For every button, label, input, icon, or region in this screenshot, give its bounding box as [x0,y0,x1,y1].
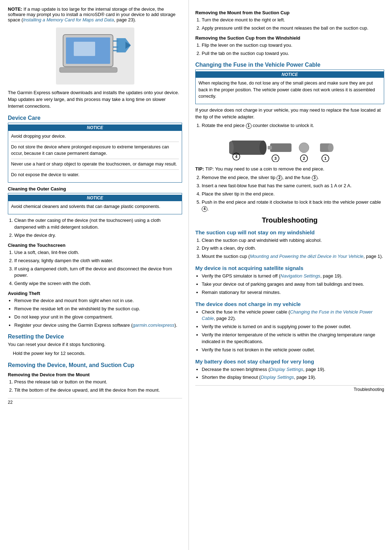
resetting-text2: Hold the power key for 12 seconds. [13,350,182,357]
left-column: NOTE: If a map update is too large for t… [0,0,189,550]
fuse-step-2: Remove the end piece, the silver tip 2, … [202,174,384,181]
satellite-item-3: Remain stationary for several minutes. [202,289,384,296]
fuse-step-4: Place the silver tip in the end piece. [202,191,384,198]
svg-rect-14 [270,143,292,152]
removing-suction-step-1: Flip the lever on the suction cup toward… [202,42,384,49]
device-care-notice-3: Never use a hard or sharp object to oper… [11,161,179,167]
fuse-link: Changing the Fuse in the Vehicle Power C… [202,309,372,321]
resetting-text1: You can reset your device if it stops fu… [8,341,182,348]
fuse-step-3: Insert a new fast-blow fuse that has the… [202,183,384,189]
not-charge-heading: The device does not charge in my vehicle [195,301,384,307]
suction-cup-steps: Clean the suction cup and windshield wit… [202,237,384,260]
fuse-step-1: Rotate the end piece 1 counter clockwise… [202,122,384,129]
svg-text:1: 1 [324,156,326,161]
satellite-item-2: Take your device out of parking garages … [202,281,384,288]
satellite-heading: My device is not acquiring satellite sig… [195,265,384,271]
garmin-express-link[interactable]: garmin.com/express [133,322,174,328]
garmin-express-text: The Garmin Express software downloads an… [8,90,182,110]
fuse-diagram: 4 3 2 1 [195,133,384,162]
removing-mount-steps: Turn the device mount to the right or le… [202,17,384,32]
fuse-notice-text: When replacing the fuse, do not lose any… [198,80,381,99]
device-care-notice-4: Do not expose the device to water. [11,172,179,178]
cleaning-outer-steps: Clean the outer casing of the device (no… [14,217,182,239]
circle-1: 1 [246,123,252,129]
removing-suction-step-2: Pull the tab on the suction cup toward y… [202,50,384,57]
device-care-notice-bar: NOTICE [8,124,182,131]
cleaning-ts-step-2: If necessary, lightly dampen the cloth w… [14,258,182,264]
left-footer: 22 [8,398,182,405]
svg-rect-15 [268,146,272,149]
avoiding-theft-heading: Avoiding Theft [8,291,182,296]
battery-list: Decrease the screen brightness (Display … [202,366,384,381]
satellite-list: Verify the GPS simulator is turned off (… [202,273,384,296]
right-footer: Troubleshooting [195,385,384,392]
device-image [56,27,134,85]
device-care-notice-1: Avoid dropping your device. [11,133,179,139]
device-care-notice-box: NOTICE Avoid dropping your device. Do no… [8,123,182,183]
remove-step-1: Press the release tab or button on the m… [14,379,182,386]
fuse-step-5: Push in the end piece and rotate it cloc… [202,199,384,213]
satellite-item-1: Verify the GPS simulator is turned off (… [202,273,384,280]
svg-rect-9 [231,141,263,155]
device-care-heading: Device Care [8,115,182,121]
cleaning-ts-step-4: Gently wipe the screen with the cloth. [14,280,182,287]
tip-label: TIP: [195,166,205,172]
svg-text:3: 3 [274,156,277,161]
nav-settings-link: Navigation Settings [280,273,320,279]
avoiding-theft-item-4: Register your device using the Garmin Ex… [14,322,182,329]
battery-heading: My battery does not stay charged for ver… [195,358,384,365]
device-care-notice-2: Do not store the device where prolonged … [11,144,179,157]
resetting-heading: Resetting the Device [8,333,182,340]
removing-suction-steps: Flip the lever on the suction cup toward… [202,42,384,57]
cleaning-outer-notice-text: Avoid chemical cleaners and solvents tha… [11,203,179,210]
cleaning-outer-heading: Cleaning the Outer Casing [8,186,182,192]
note-block: NOTE: If a map update is too large for t… [8,6,182,22]
svg-point-18 [299,143,309,153]
fuse-tip: TIP: TIP: You may need to use a coin to … [195,166,384,172]
right-page-number: Troubleshooting [354,387,384,392]
avoiding-theft-item-2: Remove the residue left on the windshiel… [14,306,182,312]
svg-point-10 [259,141,267,155]
battery-item-1: Decrease the screen brightness (Display … [202,366,384,373]
avoiding-theft-item-1: Remove the device and mount from sight w… [14,297,182,304]
cleaning-touchscreen-steps: Use a soft, clean, lint-free cloth. If n… [14,249,182,287]
device-care-notice-content: Avoid dropping your device. Do not store… [8,131,182,183]
tip-text: TIP: You may need to use a coin to remov… [205,166,324,172]
removing-suction-heading: Removing the Suction Cup from the Windsh… [195,35,384,41]
not-charge-item-4: Verify the fuse is not broken in the veh… [202,347,384,353]
page: NOTE: If a map update is too large for t… [0,0,392,550]
fuse-notice-content: When replacing the fuse, do not lose any… [196,78,384,103]
cleaning-touchscreen-heading: Cleaning the Touchscreen [8,243,182,248]
right-column: Removing the Mount from the Suction Cup … [189,0,392,550]
display-settings-link-2: Display Settings [261,375,294,380]
svg-rect-2 [74,42,95,56]
suction-cup-heading: The suction cup will not stay on my wind… [195,229,384,235]
suction-step-3: Mount the suction cup (Mounting and Powe… [202,253,384,260]
avoiding-theft-item-3: Do not keep your unit in the glove compa… [14,314,182,321]
svg-text:4: 4 [235,154,238,159]
removing-mount-step-2: Apply pressure until the socket on the m… [202,25,384,32]
cleaning-outer-step-1: Clean the outer casing of the device (no… [14,217,182,231]
fuse-intro: If your device does not charge in your v… [195,107,384,121]
note-link: Installing a Memory Card for Maps and Da… [23,17,114,22]
note-suffix: , page 23). [114,17,136,22]
cleaning-outer-notice-content: Avoid chemical cleaners and solvents tha… [8,201,182,214]
suction-step-2: Dry with a clean, dry cloth. [202,245,384,252]
display-settings-link-1: Display Settings [270,367,303,372]
note-label: NOTE: [8,6,22,12]
cleaning-outer-step-2: Wipe the device dry. [14,232,182,239]
remove-step-2: Tilt the bottom of the device upward, an… [14,387,182,394]
remove-from-mount-steps: Press the release tab or button on the m… [14,379,182,394]
svg-point-22 [328,143,334,152]
removing-mount-step-1: Turn the device mount to the right or le… [202,17,384,24]
cleaning-outer-notice-box: NOTICE Avoid chemical cleaners and solve… [8,193,182,214]
removing-heading: Removing the Device, Mount, and Suction … [8,362,182,368]
remove-from-mount-heading: Removing the Device from the Mount [8,372,182,377]
cleaning-outer-notice-bar: NOTICE [8,195,182,201]
svg-rect-3 [60,67,117,72]
mounting-link: Mounting and Powering the dēzl Device in… [250,254,363,259]
not-charge-list: Check the fuse in the vehicle power cabl… [202,309,384,353]
changing-fuse-heading: Changing the Fuse in the Vehicle Power C… [195,62,384,68]
svg-text:2: 2 [303,156,305,161]
cleaning-ts-step-1: Use a soft, clean, lint-free cloth. [14,249,182,256]
